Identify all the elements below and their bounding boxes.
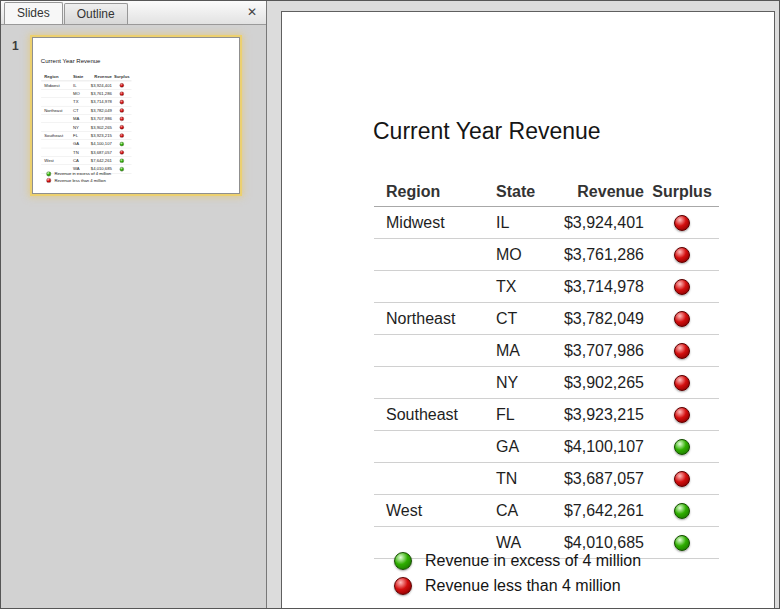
revenue-cell: $4,100,107 — [559, 431, 645, 463]
state-cell: CA — [495, 495, 559, 527]
region-cell — [374, 271, 495, 303]
table-header-row: Region State Revenue Surplus — [374, 177, 719, 207]
surplus-cell — [645, 463, 719, 495]
slide-canvas[interactable]: Current Year Revenue Region State Revenu… — [281, 11, 775, 609]
surplus-cell — [645, 303, 719, 335]
red-indicator-icon — [674, 471, 690, 487]
green-indicator-icon — [674, 503, 690, 519]
header-state: State — [495, 177, 559, 207]
slide-content: Current Year Revenue Region State Revenu… — [282, 12, 774, 609]
legend-item: Revenue less than 4 million — [394, 573, 641, 598]
state-cell: GA — [495, 431, 559, 463]
revenue-row: GA$4,100,107 — [374, 431, 719, 463]
revenue-cell: $7,642,261 — [559, 495, 645, 527]
slides-panel: Slides Outline ✕ 1 Current Year Revenue … — [1, 1, 267, 608]
state-cell: FL — [495, 399, 559, 431]
surplus-cell — [645, 271, 719, 303]
legend-label: Revenue in excess of 4 million — [425, 552, 641, 570]
legend: Revenue in excess of 4 millionRevenue le… — [394, 548, 641, 598]
red-indicator-icon — [674, 311, 690, 327]
red-indicator-icon — [394, 577, 412, 595]
state-cell: MO — [495, 239, 559, 271]
revenue-row: MidwestIL$3,924,401 — [374, 207, 719, 239]
revenue-cell: $3,761,286 — [559, 239, 645, 271]
slide-number: 1 — [12, 39, 19, 53]
region-cell — [374, 239, 495, 271]
green-indicator-icon — [674, 439, 690, 455]
revenue-row: WestCA$7,642,261 — [374, 495, 719, 527]
region-cell: Southeast — [374, 399, 495, 431]
revenue-table-body: MidwestIL$3,924,401MO$3,761,286TX$3,714,… — [374, 207, 719, 559]
red-indicator-icon — [674, 375, 690, 391]
red-indicator-icon — [674, 279, 690, 295]
slide-1-thumbnail-page: Current Year Revenue Region State Revenu… — [33, 38, 239, 193]
state-cell: NY — [495, 367, 559, 399]
region-cell: West — [374, 495, 495, 527]
revenue-row: MO$3,761,286 — [374, 239, 719, 271]
state-cell: TN — [495, 463, 559, 495]
revenue-cell: $3,923,215 — [559, 399, 645, 431]
tab-slides-label: Slides — [17, 6, 50, 20]
revenue-cell: $3,714,978 — [559, 271, 645, 303]
surplus-cell — [645, 207, 719, 239]
revenue-row: NY$3,902,265 — [374, 367, 719, 399]
green-indicator-icon — [394, 552, 412, 570]
red-indicator-icon — [674, 343, 690, 359]
surplus-cell — [645, 367, 719, 399]
tab-outline-label: Outline — [77, 7, 115, 21]
close-pane-icon[interactable]: ✕ — [247, 5, 257, 19]
region-cell — [374, 367, 495, 399]
revenue-cell: $3,707,986 — [559, 335, 645, 367]
header-revenue: Revenue — [559, 177, 645, 207]
panel-tab-bar: Slides Outline ✕ — [1, 1, 266, 25]
surplus-cell — [645, 431, 719, 463]
region-cell — [374, 431, 495, 463]
revenue-cell: $3,902,265 — [559, 367, 645, 399]
region-cell — [374, 463, 495, 495]
region-cell: Northeast — [374, 303, 495, 335]
revenue-row: SoutheastFL$3,923,215 — [374, 399, 719, 431]
revenue-cell: $3,924,401 — [559, 207, 645, 239]
revenue-row: TN$3,687,057 — [374, 463, 719, 495]
presentation-window: Slides Outline ✕ 1 Current Year Revenue … — [0, 0, 780, 609]
slide-editor-area: Current Year Revenue Region State Revenu… — [268, 1, 780, 608]
red-indicator-icon — [674, 215, 690, 231]
revenue-cell: $3,782,049 — [559, 303, 645, 335]
state-cell: TX — [495, 271, 559, 303]
thumbnail-list: 1 Current Year Revenue Region State Reve… — [1, 25, 266, 608]
surplus-cell — [645, 495, 719, 527]
surplus-cell — [645, 239, 719, 271]
revenue-cell: $3,687,057 — [559, 463, 645, 495]
tab-slides[interactable]: Slides — [4, 2, 63, 24]
slide-title: Current Year Revenue — [373, 118, 601, 145]
revenue-row: TX$3,714,978 — [374, 271, 719, 303]
red-indicator-icon — [674, 407, 690, 423]
region-cell: Midwest — [374, 207, 495, 239]
green-indicator-icon — [674, 535, 690, 551]
slide-1-thumbnail[interactable]: Current Year Revenue Region State Revenu… — [32, 37, 240, 194]
red-indicator-icon — [674, 247, 690, 263]
legend-item: Revenue in excess of 4 million — [394, 548, 641, 573]
revenue-row: NortheastCT$3,782,049 — [374, 303, 719, 335]
tab-outline[interactable]: Outline — [64, 3, 128, 24]
legend-label: Revenue less than 4 million — [425, 577, 621, 595]
state-cell: IL — [495, 207, 559, 239]
revenue-table: Region State Revenue Surplus MidwestIL$3… — [374, 177, 719, 559]
region-cell — [374, 335, 495, 367]
revenue-row: MA$3,707,986 — [374, 335, 719, 367]
surplus-cell — [645, 527, 719, 559]
surplus-cell — [645, 399, 719, 431]
state-cell: MA — [495, 335, 559, 367]
header-surplus: Surplus — [645, 177, 719, 207]
state-cell: CT — [495, 303, 559, 335]
surplus-cell — [645, 335, 719, 367]
header-region: Region — [374, 177, 495, 207]
